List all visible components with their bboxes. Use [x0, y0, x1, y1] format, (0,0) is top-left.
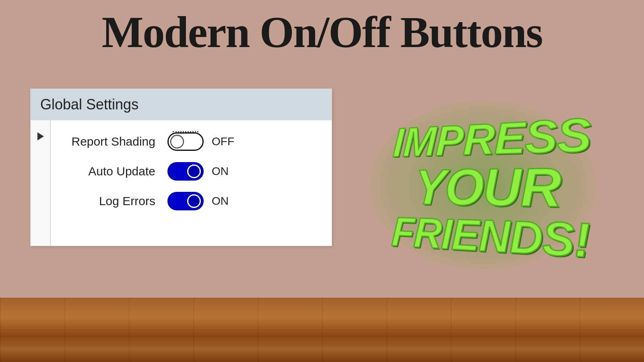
- sidebar-arrow-icon: [37, 132, 44, 140]
- auto-update-toggle[interactable]: [167, 162, 204, 181]
- report-shading-toggle[interactable]: [167, 132, 204, 151]
- log-errors-knob: [187, 194, 201, 208]
- impress-container: IMPRESS YOUR FRIENDS!: [346, 93, 620, 278]
- log-errors-label: Log Errors: [67, 194, 155, 208]
- log-errors-status: ON: [212, 195, 229, 208]
- auto-update-knob: [187, 165, 201, 178]
- settings-sidebar: [31, 120, 51, 246]
- page-title: Modern On/Off Buttons: [0, 8, 644, 57]
- settings-panel-bottom-spacer: [67, 222, 316, 234]
- auto-update-toggle-wrapper: ON: [167, 162, 229, 181]
- auto-update-status: ON: [212, 165, 229, 178]
- report-shading-knob: [170, 135, 184, 148]
- settings-body: Report Shading OFF Auto Update ON: [31, 120, 332, 246]
- log-errors-toggle-wrapper: ON: [167, 192, 229, 210]
- report-shading-label: Report Shading: [67, 135, 155, 148]
- impress-line3: FRIENDS!: [386, 211, 597, 265]
- impress-line1: IMPRESS: [392, 111, 592, 163]
- impress-text-block: IMPRESS YOUR FRIENDS!: [386, 111, 597, 265]
- settings-content: Report Shading OFF Auto Update ON: [51, 120, 332, 246]
- report-shading-toggle-wrapper: OFF: [167, 132, 234, 151]
- floor-background: [0, 298, 644, 362]
- impress-line2: YOUR: [389, 159, 594, 216]
- log-errors-toggle[interactable]: [167, 192, 204, 210]
- setting-row-log-errors: Log Errors ON: [67, 192, 316, 210]
- settings-panel: Global Settings Report Shading OFF Auto …: [30, 88, 332, 246]
- report-shading-status: OFF: [212, 135, 234, 148]
- auto-update-label: Auto Update: [67, 165, 155, 178]
- setting-row-report-shading: Report Shading OFF: [67, 132, 316, 151]
- setting-row-auto-update: Auto Update ON: [67, 162, 316, 181]
- settings-header: Global Settings: [31, 89, 332, 120]
